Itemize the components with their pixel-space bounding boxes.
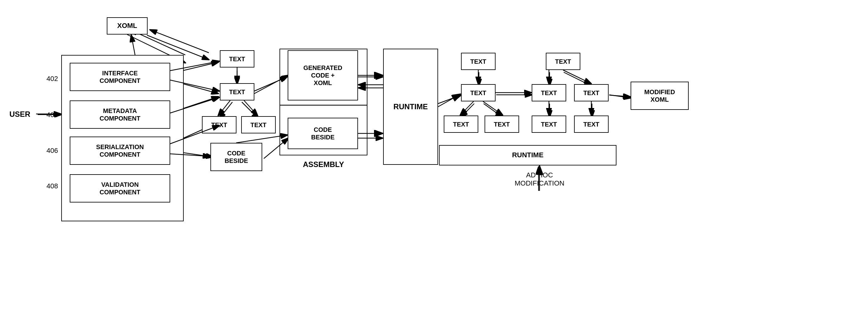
text-rt1-botR-box: TEXT <box>485 116 519 133</box>
svg-line-24 <box>564 72 591 86</box>
svg-line-20 <box>461 104 474 117</box>
svg-line-51 <box>483 101 502 115</box>
modified-xoml-box: MODIFIEDXOML <box>630 81 689 110</box>
svg-line-57 <box>609 95 630 97</box>
svg-line-21 <box>484 104 502 117</box>
svg-line-27 <box>609 95 630 98</box>
text-bot-right-box: TEXT <box>241 116 276 133</box>
ref-408: 408 <box>46 182 58 190</box>
svg-line-34 <box>150 30 209 53</box>
xoml-box: XOML <box>107 17 148 35</box>
ref-404: 404 <box>46 111 58 119</box>
text-rt1-top-box: TEXT <box>461 53 496 70</box>
svg-line-42 <box>218 100 230 116</box>
text-bot-left-box: TEXT <box>202 116 237 133</box>
text-rt2-midR-box: TEXT <box>574 84 609 101</box>
svg-line-48 <box>438 94 460 107</box>
runtime-big-box: RUNTIME <box>383 48 438 165</box>
text-rt2-midL-box: TEXT <box>532 84 566 101</box>
ad-hoc-label: AD HOCMODIFICATION <box>508 171 571 188</box>
validation-component-box: VALIDATIONCOMPONENT <box>70 174 170 202</box>
svg-line-18 <box>438 95 461 104</box>
code-beside-left-box: CODEBESIDE <box>210 143 262 171</box>
text-rt2-botL-box: TEXT <box>532 116 566 133</box>
text-top-box: TEXT <box>220 50 254 67</box>
runtime-bottom-box: RUNTIME <box>439 145 616 165</box>
interface-component-box: INTERFACECOMPONENT <box>70 63 170 91</box>
assembly-label: ASSEMBLY <box>283 160 364 169</box>
assembly-outer-box <box>279 48 367 155</box>
svg-line-50 <box>460 101 473 115</box>
svg-line-43 <box>244 100 257 116</box>
svg-line-32 <box>131 35 135 55</box>
user-label: USER <box>9 110 30 119</box>
text-rt2-botR-box: TEXT <box>574 116 609 133</box>
diagram: XOML INTERFACECOMPONENT METADATACOMPONEN… <box>0 0 868 329</box>
text-mid-box: TEXT <box>220 83 254 100</box>
serialization-component-box: SERIALIZATIONCOMPONENT <box>70 137 170 165</box>
ref-406: 406 <box>46 146 58 155</box>
ref-402: 402 <box>46 75 58 83</box>
metadata-component-box: METADATACOMPONENT <box>70 100 170 129</box>
text-rt2-top-box: TEXT <box>546 53 580 70</box>
text-rt1-botL-box: TEXT <box>444 116 478 133</box>
svg-line-54 <box>563 70 591 84</box>
text-rt1-mid-box: TEXT <box>461 84 496 101</box>
